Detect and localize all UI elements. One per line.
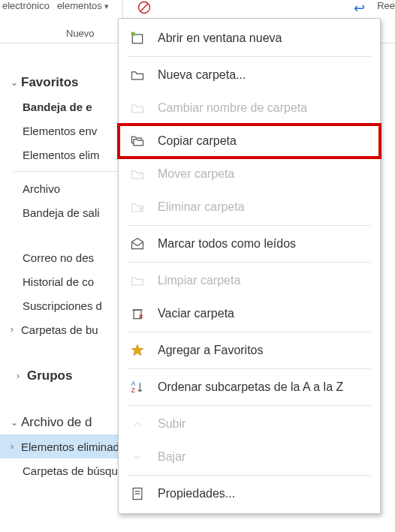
svg-rect-3 bbox=[131, 32, 135, 36]
ctx-label: Abrir en ventana nueva bbox=[158, 32, 282, 45]
chevron-up-icon bbox=[129, 416, 146, 432]
sort-az-icon: AZ bbox=[129, 379, 146, 395]
ctx-label: Subir bbox=[158, 417, 185, 431]
chevron-right-icon: › bbox=[17, 371, 27, 381]
ctx-propiedades[interactable]: Propiedades... bbox=[119, 477, 380, 510]
envelope-open-icon bbox=[129, 236, 146, 252]
ctx-label: Copiar carpeta bbox=[158, 134, 237, 148]
ctx-label: Bajar bbox=[158, 450, 185, 464]
properties-icon bbox=[129, 485, 146, 502]
chevron-down-icon bbox=[129, 449, 146, 465]
ctx-label: Eliminar carpeta bbox=[158, 200, 245, 214]
menu-separator bbox=[128, 262, 371, 263]
ctx-eliminar-carpeta: Eliminar carpeta bbox=[119, 191, 380, 224]
new-window-icon bbox=[129, 30, 146, 47]
svg-marker-10 bbox=[132, 345, 143, 356]
svg-line-1 bbox=[140, 4, 148, 11]
copy-folder-icon bbox=[129, 133, 146, 149]
ctx-label: Marcar todos como leídos bbox=[158, 237, 296, 251]
ctx-mover-carpeta: Mover carpeta bbox=[119, 158, 380, 191]
ctx-agregar-favoritos[interactable]: Agregar a Favoritos bbox=[119, 334, 380, 367]
ignore-icon[interactable] bbox=[137, 0, 152, 17]
menu-separator bbox=[128, 368, 371, 369]
folder-icon bbox=[129, 67, 146, 83]
chevron-down-icon: ⌄ bbox=[11, 77, 21, 88]
ctx-copiar-carpeta[interactable]: Copiar carpeta bbox=[119, 125, 380, 158]
reply-icon[interactable]: ↩ bbox=[354, 0, 365, 17]
ctx-limpiar-carpeta: Limpiar carpeta bbox=[119, 264, 380, 297]
ribbon-item-elementos[interactable]: elementos bbox=[57, 0, 109, 11]
ctx-vaciar-carpeta[interactable]: Vaciar carpeta bbox=[119, 297, 380, 330]
menu-separator bbox=[128, 405, 371, 406]
delete-folder-icon bbox=[129, 199, 146, 215]
star-icon bbox=[129, 342, 146, 359]
ctx-bajar: Bajar bbox=[119, 440, 380, 473]
rename-folder-icon bbox=[129, 100, 146, 116]
ctx-label: Nueva carpeta... bbox=[158, 68, 246, 82]
ctx-abrir-ventana[interactable]: Abrir en ventana nueva bbox=[119, 22, 380, 55]
ctx-ordenar-az[interactable]: AZ Ordenar subcarpetas de la A a la Z bbox=[119, 371, 380, 404]
ribbon-right-partial: Ree bbox=[377, 0, 395, 11]
ctx-marcar-leidos[interactable]: Marcar todos como leídos bbox=[119, 227, 380, 260]
chevron-right-icon: › bbox=[11, 324, 21, 335]
ctx-label: Limpiar carpeta bbox=[158, 274, 240, 287]
chevron-right-icon: › bbox=[11, 441, 21, 452]
ctx-label: Ordenar subcarpetas de la A a la Z bbox=[158, 380, 343, 394]
ctx-label: Propiedades... bbox=[158, 487, 235, 500]
menu-separator bbox=[128, 475, 371, 476]
svg-text:Z: Z bbox=[131, 386, 135, 394]
move-folder-icon bbox=[129, 166, 146, 182]
folder-context-menu: Abrir en ventana nueva Nueva carpeta... … bbox=[118, 18, 381, 514]
ctx-label: Mover carpeta bbox=[158, 167, 234, 181]
ctx-nueva-carpeta[interactable]: Nueva carpeta... bbox=[119, 59, 380, 92]
ribbon-item-electronico[interactable]: electrónico bbox=[2, 0, 50, 11]
ctx-label: Vaciar carpeta bbox=[158, 307, 234, 320]
svg-rect-2 bbox=[132, 35, 142, 44]
ctx-label: Agregar a Favoritos bbox=[158, 344, 264, 357]
empty-folder-icon bbox=[129, 305, 146, 322]
chevron-down-icon: ⌄ bbox=[11, 417, 21, 428]
ctx-label: Cambiar nombre de carpeta bbox=[158, 101, 307, 115]
ctx-cambiar-nombre: Cambiar nombre de carpeta bbox=[119, 92, 380, 125]
clean-folder-icon bbox=[129, 272, 146, 289]
menu-separator bbox=[128, 56, 371, 57]
menu-separator bbox=[128, 225, 371, 226]
ctx-subir: Subir bbox=[119, 407, 380, 440]
menu-separator bbox=[128, 332, 371, 332]
